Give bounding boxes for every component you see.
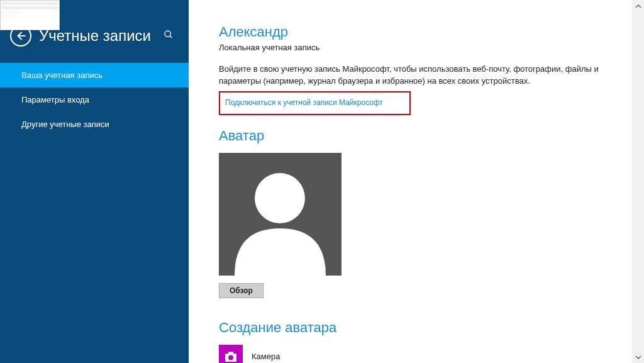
sidebar-item-your-account[interactable]: Ваша учетная запись [0, 63, 189, 87]
connect-microsoft-account-link[interactable]: Подключиться к учетной записи Майкрософт [225, 98, 383, 107]
sidebar-item-label: Параметры входа [21, 95, 89, 104]
svg-line-2 [170, 36, 172, 38]
svg-rect-6 [228, 352, 233, 354]
sidebar: Учетные записи Ваша учетная запись Парам… [0, 0, 189, 363]
option-label: Камера [252, 352, 280, 361]
user-name-heading: Александр [219, 24, 602, 40]
sidebar-item-label: Другие учетные записи [21, 120, 109, 129]
browser-window-thumbnail: · · · · · · · · · · · · · ·· · · · · · ·… [0, 0, 60, 30]
search-icon[interactable] [161, 27, 176, 45]
svg-point-7 [228, 355, 233, 360]
account-description: Войдите в свою учетную запись Майкрософт… [219, 64, 602, 87]
sidebar-item-signin-options[interactable]: Параметры входа [0, 87, 189, 112]
sidebar-item-other-accounts[interactable]: Другие учетные записи [0, 112, 189, 137]
sidebar-nav: Ваша учетная запись Параметры входа Друг… [0, 63, 189, 137]
create-avatar-heading: Создание аватара [219, 320, 602, 336]
content-pane: Александр Локальная учетная запись Войди… [189, 0, 632, 363]
camera-icon [219, 345, 243, 363]
avatar-heading: Аватар [219, 128, 602, 144]
browse-button[interactable]: Обзор [219, 283, 264, 298]
avatar-option-camera[interactable]: Камера [219, 345, 602, 363]
avatar-placeholder [219, 153, 341, 276]
scroll-up-arrow-icon[interactable] [632, 0, 644, 12]
scroll-down-arrow-icon[interactable] [632, 351, 644, 363]
sidebar-item-label: Ваша учетная запись [21, 70, 103, 80]
scroll-track[interactable] [632, 12, 644, 351]
connect-link-highlight: Подключиться к учетной записи Майкрософт [219, 91, 411, 115]
account-type-label: Локальная учетная запись [219, 43, 602, 52]
vertical-scrollbar[interactable] [632, 0, 644, 363]
svg-point-1 [165, 31, 170, 36]
settings-window: Учетные записи Ваша учетная запись Парам… [0, 0, 632, 363]
svg-point-4 [255, 173, 305, 223]
